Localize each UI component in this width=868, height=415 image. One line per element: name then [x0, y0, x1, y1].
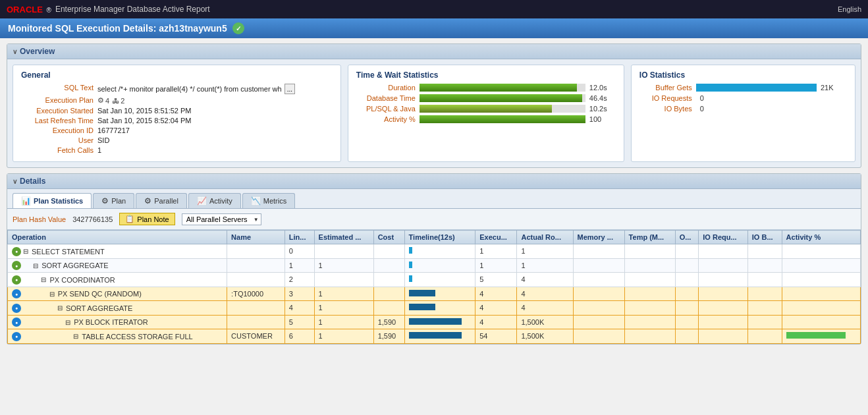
tab-activity-label: Activity — [209, 197, 232, 205]
table-row: ● ⊟ PX SEND QC (RANDOM) :TQ10000 3 1 4 4 — [8, 287, 861, 301]
op-name: SELECT STATEMENT — [32, 248, 105, 256]
cell-temp — [624, 315, 675, 329]
tab-parallel-label: Parallel — [154, 197, 178, 205]
cell-io-b — [747, 287, 782, 301]
op-icon: ● — [12, 275, 21, 285]
cell-memory — [573, 244, 624, 259]
op-name: PX SEND QC (RANDOM) — [58, 290, 142, 298]
col-execu: Execu... — [475, 231, 517, 244]
cell-execu: 1 — [475, 244, 517, 259]
buffer-gets-label: Buffer Gets — [639, 84, 692, 92]
exec-id-value: 16777217 — [97, 126, 130, 134]
io-requests-value: 0 — [700, 94, 726, 102]
op-name: SORT AGGREGATE — [41, 262, 108, 269]
op-expand[interactable]: ⊟ — [23, 248, 28, 255]
cell-lin: 2 — [285, 273, 314, 287]
plsql-value: 10.2s — [589, 105, 616, 113]
op-expand[interactable]: ⊟ — [65, 319, 70, 326]
cell-memory — [573, 315, 624, 329]
cell-io-b — [747, 273, 782, 287]
col-memory: Memory ... — [573, 231, 624, 244]
duration-value: 12.0s — [589, 84, 616, 92]
cell-io-requ — [699, 287, 748, 301]
page-title: Monitored SQL Execution Details: azh13tn… — [8, 23, 227, 34]
op-expand[interactable]: ⊟ — [57, 304, 63, 312]
cell-temp — [624, 244, 675, 259]
overview-header[interactable]: ∨ Overview — [7, 44, 861, 59]
plsql-bar — [420, 105, 553, 113]
cell-o — [675, 258, 699, 273]
duration-bar — [420, 84, 577, 92]
tab-parallel[interactable]: ⚙ Parallel — [136, 193, 187, 208]
plan-note-button[interactable]: 📋 Plan Note — [119, 213, 175, 225]
db-icon: 🖧2 — [112, 97, 124, 105]
io-bytes-row: IO Bytes 0 — [639, 105, 847, 113]
exec-started-row: Execution Started Sat Jan 10, 2015 8:51:… — [21, 107, 333, 115]
cell-actual-rows: 4 — [517, 273, 573, 287]
cell-estimated: 1 — [314, 315, 373, 329]
sql-expand-button[interactable]: ... — [285, 84, 295, 94]
exec-plan-label: Execution Plan — [21, 96, 94, 105]
tab-plan[interactable]: ⚙ Plan — [93, 193, 134, 208]
op-icon: ● — [12, 261, 21, 270]
cell-temp — [624, 329, 675, 344]
cell-activity — [782, 301, 860, 316]
cell-lin: 5 — [285, 315, 314, 329]
cell-operation: ● ⊟ SORT AGGREGATE — [8, 301, 227, 316]
top-bar: ORACLE ® Enterprise Manager Database Act… — [0, 0, 868, 18]
op-expand[interactable]: ⊟ — [73, 333, 78, 340]
cell-io-b — [747, 244, 782, 259]
cell-estimated — [314, 273, 373, 287]
parallel-select[interactable]: All Parallel Servers Server 1 Server 2 — [182, 213, 261, 225]
cell-lin: 1 — [285, 258, 314, 273]
op-expand[interactable]: ⊟ — [33, 262, 38, 269]
plan-note-label: Plan Note — [137, 215, 169, 223]
oracle-logo: ORACLE ® — [7, 5, 51, 14]
duration-row: Duration 12.0s — [356, 84, 616, 92]
col-lin: Lin... — [285, 231, 314, 244]
exec-started-value: Sat Jan 10, 2015 8:51:52 PM — [97, 107, 192, 115]
exec-plan-value: ⚙4 🖧2 — [97, 96, 124, 105]
buffer-gets-bar-container — [696, 84, 817, 92]
cell-timeline — [404, 244, 475, 259]
tab-activity[interactable]: 📈 Activity — [188, 193, 241, 208]
parallel-select-wrapper: All Parallel Servers Server 1 Server 2 — [182, 213, 261, 225]
tab-metrics[interactable]: 📉 Metrics — [242, 193, 295, 208]
cell-memory — [573, 287, 624, 301]
plan-statistics-icon: 📊 — [21, 196, 31, 206]
plan-table: Operation Name Lin... Estimated ... Cost… — [7, 230, 861, 344]
table-header-row: Operation Name Lin... Estimated ... Cost… — [8, 231, 861, 244]
col-name: Name — [227, 231, 285, 244]
db-time-bar — [420, 94, 582, 102]
cell-execu: 4 — [475, 315, 517, 329]
op-icon: ● — [12, 247, 21, 256]
table-row: ● ⊟ SORT AGGREGATE 1 1 1 1 — [8, 258, 861, 273]
plan-table-container: Operation Name Lin... Estimated ... Cost… — [7, 230, 861, 344]
parallel-icon: ⚙ — [144, 196, 151, 206]
op-expand[interactable]: ⊟ — [41, 276, 46, 283]
verify-icon: ✓ — [232, 22, 244, 34]
parallel-icon: ⚙4 — [97, 96, 109, 105]
tab-plan-label: Plan — [111, 197, 126, 205]
duration-label: Duration — [356, 84, 416, 92]
db-time-value: 46.4s — [589, 94, 616, 102]
cell-cost: 1,590 — [373, 329, 404, 344]
cell-lin: 3 — [285, 287, 314, 301]
cell-actual-rows: 1 — [517, 244, 573, 259]
cell-operation: ● ⊟ SORT AGGREGATE — [8, 258, 227, 273]
details-header[interactable]: ∨ Details — [7, 174, 861, 189]
io-requests-label: IO Requests — [639, 94, 692, 102]
details-panel: ∨ Details 📊 Plan Statistics ⚙ Plan ⚙ Par… — [7, 173, 861, 345]
cell-temp — [624, 287, 675, 301]
cell-timeline — [404, 315, 475, 329]
overview-toggle[interactable]: ∨ — [13, 48, 17, 55]
exec-id-row: Execution ID 16777217 — [21, 126, 333, 134]
tab-plan-statistics[interactable]: 📊 Plan Statistics — [13, 193, 92, 208]
cell-name — [227, 273, 285, 287]
cell-estimated: 1 — [314, 329, 373, 344]
op-expand[interactable]: ⊟ — [49, 290, 55, 298]
op-icon: ● — [12, 332, 21, 341]
details-toggle[interactable]: ∨ — [13, 178, 17, 185]
cell-execu: 4 — [475, 287, 517, 301]
cell-name — [227, 258, 285, 273]
